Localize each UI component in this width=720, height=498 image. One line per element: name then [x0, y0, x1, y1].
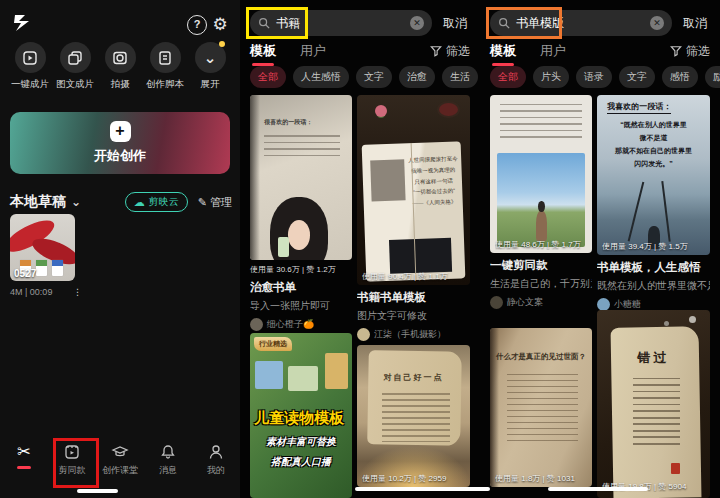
help-icon[interactable]: ? — [187, 15, 207, 35]
template-author[interactable]: 细心橙子🍊 — [250, 318, 352, 331]
template-card[interactable]: 什么才是真正的见过世面？ 使用量 1.8万 | 赞 1031 — [490, 328, 592, 487]
manage-drafts-button[interactable]: ✎ 管理 — [198, 195, 232, 210]
template-preview-image[interactable]: 什么才是真正的见过世面？ 使用量 1.8万 | 赞 1031 — [490, 328, 592, 487]
cancel-button[interactable]: 取消 — [443, 15, 467, 32]
chip-thoughts[interactable]: 感悟 — [662, 66, 698, 88]
quick-action-script[interactable]: 创作脚本 — [143, 42, 187, 91]
template-preview-image[interactable]: 行业精选 儿童读物模板 素材丰富可替换 搭配真人口播 — [250, 333, 352, 498]
nav-item-academy[interactable]: 创作课堂 — [96, 443, 144, 483]
preview-text-lines — [633, 378, 679, 449]
usage-stats: 使用量 30.6万 | 赞 1.2万 — [250, 264, 352, 275]
plus-icon: + — [110, 121, 131, 142]
annotation-box-orange — [486, 7, 562, 39]
more-options-icon[interactable]: ⋮ — [73, 287, 82, 297]
clip-play-icon — [22, 50, 38, 66]
person-icon — [207, 443, 225, 461]
chip-lifestyle[interactable]: 生活 — [442, 66, 478, 88]
chip-text[interactable]: 文字 — [356, 66, 392, 88]
author-avatar — [490, 296, 503, 309]
chip-life-thoughts[interactable]: 人生感悟 — [293, 66, 349, 88]
book-quote-text: 人世间摸爬滚打至今 我唯一视为真理的 只有这样一句话 “一切都会过去的” ——《… — [408, 153, 460, 208]
rose-decoration — [375, 105, 387, 117]
draft-item[interactable]: 0527 4M | 00:09 ⋮ — [10, 214, 82, 297]
quick-action-graphic[interactable]: 图文成片 — [53, 42, 97, 91]
night-photo — [389, 237, 452, 273]
funnel-icon — [430, 45, 442, 57]
chip-intro[interactable]: 片头 — [533, 66, 569, 88]
template-card[interactable]: 使用量 48.6万 | 赞 1.7万 一键剪同款 生活是自己的，千万别为难自..… — [490, 95, 592, 309]
local-drafts-title[interactable]: 本地草稿 — [10, 193, 66, 211]
start-creating-button[interactable]: + 开始创作 — [10, 112, 230, 174]
template-title: 一键剪同款 — [490, 258, 592, 273]
illustration-drink — [278, 237, 289, 257]
nav-item-messages[interactable]: 消息 — [144, 443, 192, 483]
chip-text[interactable]: 文字 — [619, 66, 655, 88]
cloud-sync-button[interactable]: ☁ 剪映云 — [125, 192, 188, 212]
draft-thumbnail[interactable]: 0527 — [10, 214, 75, 281]
red-seal-stamp — [671, 463, 680, 474]
filter-button[interactable]: 筛选 — [430, 43, 470, 60]
home-indicator — [355, 487, 490, 491]
author-name: 静心文案 — [507, 296, 543, 309]
clear-search-icon[interactable]: ✕ — [410, 16, 424, 30]
quick-action-one-key[interactable]: 一键成片 — [8, 42, 52, 91]
chip-all[interactable]: 全部 — [250, 66, 286, 88]
tab-users[interactable]: 用户 — [540, 42, 566, 60]
usage-stats: 使用量 1.8万 | 赞 1031 — [495, 473, 590, 484]
template-preview-image[interactable]: 人世间摸爬滚打至今 我唯一视为真理的 只有这样一句话 “一切都会过去的” ——《… — [357, 95, 470, 285]
category-chips: 全部 片头 语录 文字 感悟 励志 治愈 — [490, 66, 720, 88]
draft-label: 0527 — [14, 268, 36, 279]
template-preview-image[interactable]: 我喜欢的一段话： “既然在别人的世界里 微不足道 那就不如在自己的世界里 闪闪发… — [597, 95, 710, 255]
usage-stats: 使用量 39.4万 | 赞 1.5万 — [602, 241, 708, 252]
clear-search-icon[interactable]: ✕ — [650, 16, 664, 30]
tab-templates[interactable]: 模板 — [250, 42, 276, 60]
preview-text-lines — [507, 374, 577, 441]
collage-tile — [255, 361, 283, 389]
template-author[interactable]: 江柒（手机摄影） — [357, 328, 470, 341]
collage-tile — [288, 366, 319, 391]
template-preview-image[interactable]: 错过 使用量 19.8万 | 赞 5904 — [597, 310, 710, 498]
template-author[interactable]: 静心文案 — [490, 296, 592, 309]
drafts-header: 本地草稿 ⌄ ☁ 剪映云 ✎ 管理 — [10, 192, 232, 212]
template-card[interactable]: 很喜欢的一段话： 使用量 30.6万 | 赞 1.2万 治愈书单 导入一张照片即… — [250, 95, 352, 331]
chip-healing[interactable]: 治愈 — [399, 66, 435, 88]
chip-quotes[interactable]: 语录 — [576, 66, 612, 88]
bell-icon — [159, 443, 177, 461]
template-card[interactable]: 人世间摸爬滚打至今 我唯一视为真理的 只有这样一句话 “一切都会过去的” ——《… — [357, 95, 470, 341]
preview-quote-text: “既然在别人的世界里 微不足道 那就不如在自己的世界里 闪闪发光。” — [602, 119, 706, 171]
result-tabs: 模板 用户 筛选 — [490, 41, 710, 61]
author-name: 细心橙子🍊 — [267, 318, 314, 331]
quick-action-expand[interactable]: ⌄ 展开 — [188, 42, 232, 91]
sky-grass-photo — [497, 153, 585, 246]
nav-item-profile[interactable]: 我的 — [192, 443, 240, 483]
template-preview-image[interactable]: 很喜欢的一段话： — [250, 95, 352, 260]
template-subtitle: 图片文字可修改 — [357, 309, 470, 323]
template-subtitle: 导入一张照片即可 — [250, 299, 352, 313]
preview-title-text: 儿童读物模板 — [250, 409, 352, 428]
open-book-art: 人世间摸爬滚打至今 我唯一视为真理的 只有这样一句话 “一切都会过去的” ——《… — [361, 141, 465, 281]
draft-size: 4M — [10, 287, 23, 297]
template-preview-image[interactable]: 使用量 48.6万 | 赞 1.7万 — [490, 95, 592, 253]
product-card-art — [36, 260, 47, 276]
fishing-rod — [661, 182, 670, 243]
quick-action-shoot[interactable]: 拍摄 — [98, 42, 142, 91]
chip-all[interactable]: 全部 — [490, 66, 526, 88]
nav-item-edit[interactable]: ✂ — [0, 443, 48, 483]
preview-title-text: 对自己好一点 — [357, 372, 470, 383]
template-card[interactable]: 错过 使用量 19.8万 | 赞 5904 — [597, 310, 710, 498]
pencil-icon: ✎ — [198, 196, 207, 209]
tab-users[interactable]: 用户 — [300, 42, 326, 60]
template-preview-image[interactable]: 对自己好一点 使用量 10.2万 | 赞 2959 — [357, 345, 470, 487]
cancel-button[interactable]: 取消 — [683, 15, 707, 32]
preview-line: 素材丰富可替换 — [250, 435, 352, 449]
settings-gear-icon[interactable]: ⚙ — [211, 15, 229, 33]
featured-badge: 行业精选 — [254, 337, 292, 351]
template-card[interactable]: 对自己好一点 使用量 10.2万 | 赞 2959 — [357, 345, 470, 487]
tab-templates[interactable]: 模板 — [490, 42, 516, 60]
pages-icon — [67, 50, 83, 66]
template-card[interactable]: 我喜欢的一段话： “既然在别人的世界里 微不足道 那就不如在自己的世界里 闪闪发… — [597, 95, 710, 311]
filter-button[interactable]: 筛选 — [670, 43, 710, 60]
template-card[interactable]: 行业精选 儿童读物模板 素材丰富可替换 搭配真人口播 — [250, 333, 352, 498]
usage-stats: 使用量 90.4万 | 赞 1.1万 — [362, 271, 468, 282]
chip-inspiration[interactable]: 励志 — [705, 66, 720, 88]
